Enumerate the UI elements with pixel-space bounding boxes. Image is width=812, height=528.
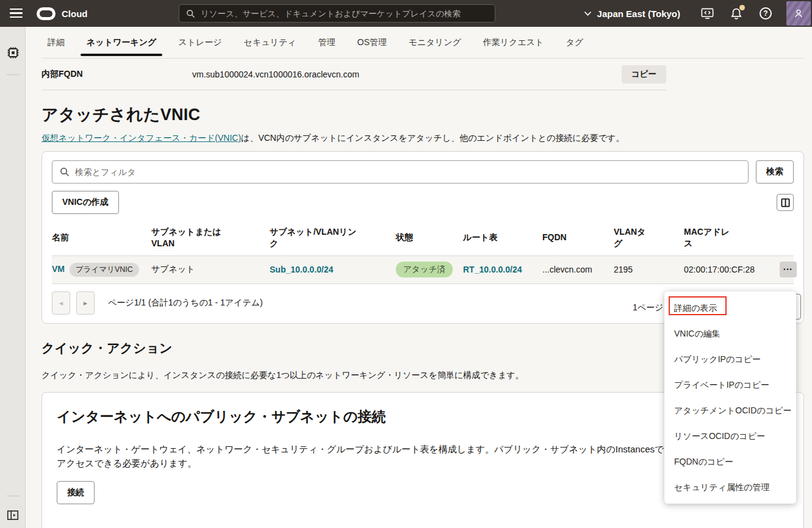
- cell-subnet-link: Sub_10.0.0.0/24: [270, 255, 396, 284]
- pagination-info: ページ1/1 (合計1のうちの1 - 1アイテム): [108, 298, 263, 309]
- menu-item-edit-vnic[interactable]: VNICの編集: [664, 321, 796, 346]
- cell-route-table: RT_10.0.0.0/24: [463, 255, 542, 284]
- col-actions: [780, 224, 794, 255]
- expand-panel-icon[interactable]: [0, 509, 26, 521]
- global-search[interactable]: [179, 4, 495, 23]
- notification-dot: [739, 5, 745, 10]
- oracle-cloud-logo[interactable]: Cloud: [37, 0, 88, 27]
- tab-bar: 詳細 ネットワーキング ストレージ セキュリティ 管理 OS管理 モニタリング …: [41, 27, 804, 59]
- per-page-label: 1ページ: [633, 302, 663, 313]
- vnic-name-link[interactable]: VM: [52, 264, 65, 274]
- pagination-prev-button[interactable]: ◂: [52, 291, 70, 315]
- column-picker-button[interactable]: [777, 194, 794, 211]
- col-route-table: ルート表: [463, 224, 542, 255]
- cell-actions: •••: [780, 255, 794, 284]
- connect-desc-line2: アクセスできる必要があります。: [57, 458, 196, 468]
- oracle-logo-icon: [37, 7, 56, 20]
- cell-subnet-or-vlan: サブネット: [151, 255, 270, 284]
- notifications-bell-icon[interactable]: [729, 6, 744, 21]
- menu-item-copy-resource-ocid[interactable]: リソースOCIDのコピー: [664, 423, 796, 449]
- vnic-doc-link[interactable]: 仮想ネットワーク・インタフェース・カード(VNIC): [41, 133, 241, 143]
- connect-button[interactable]: 接続: [57, 481, 95, 504]
- region-label: Japan East (Tokyo): [597, 9, 680, 19]
- search-button[interactable]: 検索: [756, 160, 794, 184]
- cell-mac-address: 02:00:17:00:CF:28: [684, 255, 780, 284]
- menu-item-copy-fqdn[interactable]: FQDNのコピー: [664, 449, 796, 474]
- tab-work-requests[interactable]: 作業リクエスト: [483, 27, 544, 59]
- page: Cloud Japan East (Tokyo) ?: [0, 0, 812, 528]
- top-bar: Cloud Japan East (Tokyo) ?: [0, 0, 812, 27]
- attached-vnics-title: アタッチされたVNIC: [41, 104, 804, 126]
- tab-os-management[interactable]: OS管理: [357, 27, 387, 59]
- rail-divider: [7, 74, 19, 75]
- col-state: 状態: [396, 224, 463, 255]
- internal-fqdn-row: 内部FQDN vm.sub1000024.vcn1000016.oraclevc…: [41, 59, 666, 90]
- cell-vlan-tag: 2195: [614, 255, 684, 284]
- search-icon: [186, 9, 195, 18]
- region-selector[interactable]: Japan East (Tokyo): [584, 9, 680, 19]
- menu-item-copy-private-ip[interactable]: プライベートIPのコピー: [664, 372, 796, 398]
- connect-desc-line1: インターネット・ゲートウェイ、ネットワーク・セキュリティ・グループおよびルート表…: [57, 444, 720, 454]
- row-actions-context-menu: 詳細の表示 VNICの編集 パブリックIPのコピー プライベートIPのコピー ア…: [664, 291, 796, 504]
- internal-fqdn-label: 内部FQDN: [41, 69, 192, 80]
- pagination-next-button[interactable]: ▸: [76, 291, 95, 315]
- logo-text: Cloud: [62, 9, 88, 19]
- cell-name: VMプライマリVNIC: [52, 255, 151, 284]
- global-search-input[interactable]: [201, 9, 488, 18]
- compute-instance-icon[interactable]: [0, 46, 26, 60]
- help-icon[interactable]: ?: [758, 6, 773, 21]
- subnet-link[interactable]: Sub_10.0.0.0/24: [270, 265, 333, 274]
- cloud-shell-icon[interactable]: [700, 6, 714, 21]
- help-glyph: ?: [760, 7, 772, 20]
- create-vnic-button[interactable]: VNICの作成: [52, 191, 119, 214]
- tab-details[interactable]: 詳細: [48, 27, 65, 59]
- cell-state: アタッチ済: [396, 255, 463, 284]
- user-avatar[interactable]: [786, 1, 811, 26]
- menu-item-view-details[interactable]: 詳細の表示: [664, 295, 796, 321]
- filter-search-box[interactable]: [52, 160, 749, 184]
- vnic-table: 名前 サブネットまたはVLAN サブネット/VLANリンク 状態 ルート表 FQ…: [52, 224, 794, 284]
- search-icon: [60, 167, 70, 177]
- col-mac-address: MACアドレス: [684, 224, 780, 255]
- top-right-cluster: Japan East (Tokyo) ?: [584, 0, 811, 27]
- cell-fqdn: ...clevcn.com: [542, 255, 614, 284]
- state-badge: アタッチ済: [396, 262, 453, 277]
- rail-divider-bottom: [7, 496, 19, 496]
- filter-search-input[interactable]: [75, 167, 741, 177]
- tab-tags[interactable]: タグ: [566, 27, 583, 59]
- row-actions-menu-button[interactable]: •••: [780, 262, 797, 277]
- col-name: 名前: [52, 224, 151, 255]
- menu-item-manage-security-attributes[interactable]: セキュリティ属性の管理: [664, 474, 796, 500]
- left-rail: [0, 27, 26, 528]
- menu-item-copy-attachment-ocid[interactable]: アタッチメントOCIDのコピー: [664, 398, 796, 423]
- col-subnet-vlan-link: サブネット/VLANリンク: [270, 224, 396, 255]
- route-table-link[interactable]: RT_10.0.0.0/24: [463, 265, 522, 274]
- primary-vnic-badge: プライマリVNIC: [70, 263, 139, 277]
- chevron-down-icon: [584, 11, 592, 16]
- copy-fqdn-button[interactable]: コピー: [622, 65, 666, 84]
- attached-vnics-description: 仮想ネットワーク・インタフェース・カード(VNIC)は、VCN内のサブネットにイ…: [41, 133, 804, 144]
- hamburger-menu-icon[interactable]: [10, 9, 23, 18]
- vnic-desc-text: は、VCN内のサブネットにインスタンスをアタッチし、他のエンドポイントとの接続に…: [241, 133, 624, 143]
- next-arrow-icon: ▸: [84, 299, 87, 307]
- tab-monitoring[interactable]: モニタリング: [409, 27, 461, 59]
- tab-management[interactable]: 管理: [318, 27, 336, 59]
- table-header-row: 名前 サブネットまたはVLAN サブネット/VLANリンク 状態 ルート表 FQ…: [52, 224, 794, 255]
- menu-item-copy-public-ip[interactable]: パブリックIPのコピー: [664, 346, 796, 372]
- prev-arrow-icon: ◂: [59, 299, 63, 307]
- col-subnet-or-vlan: サブネットまたはVLAN: [151, 224, 270, 255]
- table-row: VMプライマリVNIC サブネット Sub_10.0.0.0/24 アタッチ済 …: [52, 255, 794, 284]
- tab-networking[interactable]: ネットワーキング: [87, 27, 156, 59]
- col-vlan-tag: VLANタグ: [614, 224, 684, 255]
- tab-security[interactable]: セキュリティ: [244, 27, 296, 59]
- internal-fqdn-value: vm.sub1000024.vcn1000016.oraclevcn.com: [192, 70, 622, 79]
- tab-storage[interactable]: ストレージ: [178, 27, 221, 59]
- col-fqdn: FQDN: [542, 224, 614, 255]
